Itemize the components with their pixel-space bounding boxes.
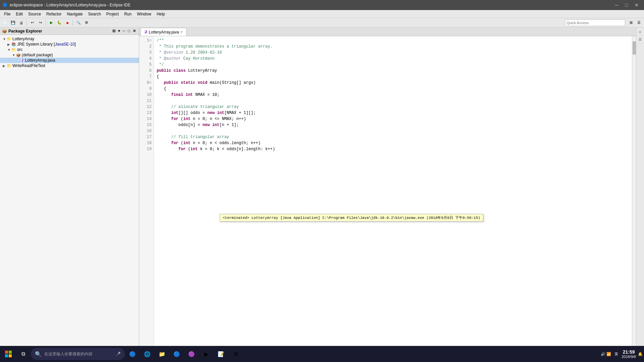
toolbar-search[interactable]: 🔍: [75, 19, 82, 26]
quick-access-container: [565, 19, 625, 26]
tree-item-writereadfiletest[interactable]: ▶ 📁 WriteReadFileTest: [0, 63, 139, 68]
code-area: 1= 2 3 4 5 6 7 8= 9 10 11 12 13 14 15 16: [139, 36, 632, 349]
editor-tab-label: LotteryArray.java: [149, 30, 179, 35]
taskbar-ie[interactable]: 🌐: [140, 347, 154, 361]
pkg-close[interactable]: ✕: [132, 28, 137, 34]
minimize-button[interactable]: ─: [612, 2, 621, 8]
editor-scrollbar-thumb[interactable]: [633, 41, 636, 55]
taskbar-time: 21:59: [622, 349, 636, 355]
taskbar-explorer[interactable]: 📁: [155, 347, 169, 361]
pkg-max[interactable]: □: [127, 28, 131, 34]
pkg-icon: 📦: [2, 29, 7, 34]
code-region: 1= 2 3 4 5 6 7 8= 9 10 11 12 13 14 15 16: [139, 36, 636, 349]
menu-run[interactable]: Run: [121, 11, 134, 17]
taskbar-ie2[interactable]: 🔵: [170, 347, 184, 361]
code-content[interactable]: /** * This program demonstrates a triang…: [154, 36, 632, 349]
maximize-button[interactable]: □: [623, 2, 631, 8]
close-button[interactable]: ✕: [632, 2, 641, 8]
toolbar-sep-1: [26, 20, 27, 26]
taskbar-clock: 21:59 2018/9/8: [622, 349, 636, 359]
package-explorer-title: Package Explorer: [8, 29, 42, 34]
tree-item-default-package[interactable]: ▼ 📦 (default package): [0, 52, 139, 58]
menu-navigate[interactable]: Navigate: [64, 11, 85, 17]
svg-rect-2: [5, 354, 8, 357]
title-bar: 🔵 eclipse-workspace - LotteryArray/src/L…: [0, 0, 644, 10]
svg-rect-1: [9, 351, 12, 354]
app-icon: 🔵: [3, 3, 8, 7]
window-title: eclipse-workspace - LotteryArray/src/Lot…: [10, 3, 130, 7]
pkg-min[interactable]: ─: [122, 28, 126, 34]
toolbar-new[interactable]: 📄: [1, 19, 9, 26]
package-explorer: 📦 Package Explorer ⊟ ▾ ─ □ ✕ ▼ 📁 Lottery…: [0, 27, 139, 353]
tree-label-writereadfiletest: WriteReadFileTest: [12, 63, 45, 68]
taskbar-settings[interactable]: ⚙: [229, 347, 243, 361]
mic-icon: 🎤: [116, 352, 121, 356]
editor-tab-lotteryarray[interactable]: J LotteryArray.java ✕: [141, 28, 186, 36]
taskbar-search[interactable]: 🔍 在这里输入你要搜索的内容 🎤: [31, 348, 125, 360]
svg-rect-3: [9, 354, 12, 357]
editor-scrollbar[interactable]: [632, 36, 636, 349]
tree-item-jre[interactable]: ▶ 📚 JRE System Library [JavaSE-10]: [0, 42, 139, 47]
rsb-icon-2[interactable]: ☰: [637, 36, 643, 42]
pkg-header: 📦 Package Explorer ⊟ ▾ ─ □ ✕: [0, 27, 139, 35]
pkg-menu[interactable]: ▾: [117, 28, 121, 34]
quick-access-input[interactable]: [565, 19, 625, 26]
menu-source[interactable]: Source: [25, 11, 44, 17]
menu-bar: File Edit Source Refactor Navigate Searc…: [0, 10, 644, 18]
tab-java-icon: J: [144, 30, 148, 34]
menu-project[interactable]: Project: [104, 11, 121, 17]
toolbar-perspective[interactable]: ⊞: [627, 19, 635, 26]
taskbar: ⧉ 🔍 在这里输入你要搜索的内容 🎤 🔵 🌐 📁 🔵 🟣 ▶ 📝 ⚙ 🔊 📶 英…: [0, 346, 644, 362]
tree-item-lotteryarray[interactable]: ▼ 📁 LotteryArray: [0, 36, 139, 42]
taskbar-search-placeholder: 在这里输入你要搜索的内容: [44, 351, 93, 357]
toolbar-sep-2: [46, 20, 46, 26]
tree-label-src: src: [17, 47, 22, 52]
toolbar-debug[interactable]: 🐛: [56, 19, 63, 26]
menu-search[interactable]: Search: [86, 11, 104, 17]
tooltip-text: <terminated> LotteryArray [Java Applicat…: [223, 216, 480, 220]
taskbar-icons: 🔊 📶: [601, 352, 611, 356]
start-button[interactable]: [1, 347, 15, 361]
toolbar-run[interactable]: ▶: [48, 19, 55, 26]
menu-window[interactable]: Window: [134, 11, 154, 17]
tree-label-lotteryarray-java: LotteryArray.java: [25, 58, 55, 63]
tree-label-default-package: (default package): [22, 53, 53, 57]
tree-label-jre: JRE System Library [JavaSE-10]: [17, 42, 76, 47]
toolbar-print[interactable]: 🖨: [17, 19, 25, 26]
taskbar-word[interactable]: 📝: [214, 347, 228, 361]
toolbar-sep-3: [73, 20, 73, 26]
main-layout: 📦 Package Explorer ⊟ ▾ ─ □ ✕ ▼ 📁 Lottery…: [0, 27, 644, 353]
toolbar-redo[interactable]: ↪: [37, 19, 44, 26]
rsb-icon-1[interactable]: ≡: [637, 29, 643, 35]
taskbar-eclipse[interactable]: 🔵: [125, 347, 140, 361]
taskbar-app1[interactable]: 🟣: [184, 347, 199, 361]
toolbar-stop[interactable]: ■: [64, 19, 71, 26]
tree-label-lotteryarray: LotteryArray: [12, 37, 34, 41]
taskbar-lang: 英: [613, 352, 620, 357]
menu-help[interactable]: Help: [154, 11, 168, 17]
toolbar-settings[interactable]: ⚙: [83, 19, 90, 26]
menu-refactor[interactable]: Refactor: [44, 11, 64, 17]
task-view-button[interactable]: ⧉: [16, 347, 30, 361]
toolbar-save[interactable]: 💾: [9, 19, 17, 26]
menu-edit[interactable]: Edit: [13, 11, 25, 17]
svg-rect-0: [5, 351, 8, 354]
toolbar: 📄 💾 🖨 ↩ ↪ ▶ 🐛 ■ 🔍 ⚙ ⊞ ☰: [0, 18, 644, 27]
editor-region: J LotteryArray.java ✕ 1= 2 3 4 5 6 7 8= …: [139, 27, 636, 353]
toolbar-undo[interactable]: ↩: [29, 19, 36, 26]
taskbar-date: 2018/9/8: [622, 355, 636, 359]
search-circle-icon: 🔍: [35, 351, 42, 357]
tree-item-lotteryarray-java[interactable]: J LotteryArray.java: [0, 58, 139, 63]
tree-item-src[interactable]: ▼ 📁 src: [0, 47, 139, 52]
taskbar-notification[interactable]: 🔔: [638, 352, 643, 356]
taskbar-right: 🔊 📶 英 21:59 2018/9/8 🔔: [601, 349, 643, 359]
right-sidebar: ≡ ☰: [636, 27, 644, 353]
menu-file[interactable]: File: [1, 11, 13, 17]
pkg-collapse[interactable]: ⊟: [111, 28, 116, 34]
tab-close-button[interactable]: ✕: [180, 30, 183, 34]
taskbar-media[interactable]: ▶: [199, 347, 213, 361]
toolbar-view[interactable]: ☰: [635, 19, 643, 26]
pkg-tree: ▼ 📁 LotteryArray ▶ 📚 JRE System Library …: [0, 35, 139, 353]
console-tooltip: <terminated> LotteryArray [Java Applicat…: [220, 214, 483, 222]
editor-tabs: J LotteryArray.java ✕: [139, 27, 636, 36]
